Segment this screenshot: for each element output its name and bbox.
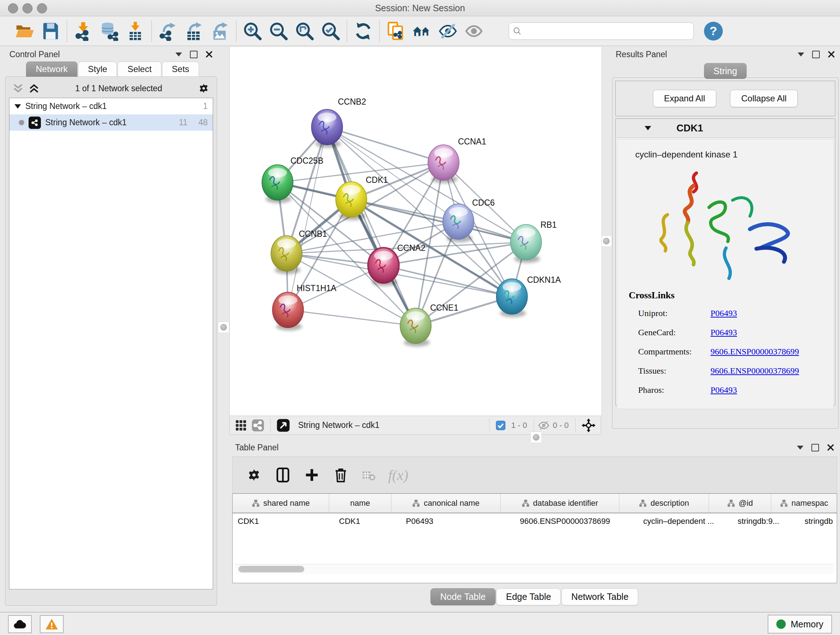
tab-sets[interactable]: Sets [162, 62, 199, 77]
move-crosshair-icon [581, 418, 596, 432]
table-row[interactable]: CDK1 CDK1 P06493 9606.ENSP00000378699 cy… [233, 513, 837, 529]
right-splitter[interactable] [601, 47, 611, 435]
scrollbar-thumb[interactable] [238, 566, 304, 572]
network-row[interactable]: String Network – cdk1 11 48 [9, 114, 213, 131]
crosslink-label: Tissues: [629, 361, 711, 380]
network-edge[interactable] [288, 310, 416, 326]
network-canvas[interactable]: CCNB2CCNA1CDC25BCDK1CDC6RB1CCNB1CCNA2CDK… [229, 47, 602, 416]
open-session-button[interactable] [11, 19, 38, 43]
crosslink-compartments-link[interactable]: 9606.ENSP00000378699 [711, 342, 799, 361]
zoom-fit-button[interactable] [292, 19, 317, 43]
crosslink-tissues-link[interactable]: 9606.ENSP00000378699 [711, 361, 799, 380]
show-columns-icon[interactable] [275, 467, 291, 483]
left-splitter[interactable] [217, 47, 229, 600]
expand-all-button[interactable]: Expand All [653, 90, 716, 107]
column-header-name[interactable]: name [329, 494, 392, 513]
network-node-CDC25B[interactable]: CDC25B [262, 156, 324, 203]
left-splitter-grip[interactable] [218, 321, 229, 333]
network-collection-row[interactable]: String Network – cdk1 1 [9, 98, 213, 114]
column-header-description[interactable]: description [619, 494, 709, 513]
string-home-button[interactable] [409, 19, 435, 43]
clone-network-button[interactable] [383, 19, 409, 43]
float-panel-icon[interactable] [190, 51, 197, 58]
network-node-CCNA2[interactable]: CCNA2 [368, 243, 425, 286]
import-network-button[interactable] [70, 19, 96, 43]
export-network-button[interactable] [155, 19, 181, 43]
close-panel-icon[interactable] [828, 51, 835, 58]
close-panel-icon[interactable] [827, 444, 834, 451]
protein-disclosure-icon[interactable] [645, 126, 651, 130]
network-node-CCNB2[interactable]: CCNB2 [311, 97, 366, 148]
tab-network[interactable]: Network [26, 62, 77, 77]
netbar-separator [489, 418, 489, 432]
warnings-button[interactable] [40, 615, 64, 633]
tab-style[interactable]: Style [78, 62, 117, 77]
tab-node-table[interactable]: Node Table [431, 588, 496, 605]
collapse-panel-icon[interactable] [175, 52, 182, 57]
help-button[interactable]: ? [704, 22, 723, 41]
birdseye-view-button[interactable] [233, 419, 249, 432]
tab-edge-table[interactable]: Edge Table [496, 588, 561, 605]
zoom-out-button[interactable] [265, 19, 292, 43]
network-node-HIST1H1A[interactable]: HIST1H1A [272, 283, 337, 331]
column-header-canonical-name[interactable]: canonical name [392, 494, 501, 513]
horizontal-splitter[interactable] [229, 435, 840, 440]
network-type-button[interactable] [249, 419, 267, 432]
column-header-database-identifier[interactable]: database identifier [501, 494, 619, 513]
network-edge[interactable] [288, 127, 327, 310]
table-horizontal-scrollbar[interactable] [235, 564, 834, 574]
expand-all-icon[interactable] [28, 83, 40, 94]
memory-button[interactable]: Memory [767, 615, 832, 633]
network-edge[interactable] [327, 127, 416, 326]
cloud-status-button[interactable] [8, 615, 32, 633]
export-table-button[interactable] [181, 19, 207, 43]
column-header-id[interactable]: @id [709, 494, 771, 513]
export-image-button[interactable] [207, 19, 233, 43]
create-column-icon[interactable] [303, 467, 320, 483]
close-panel-icon[interactable] [205, 51, 213, 58]
tab-string[interactable]: String [704, 63, 747, 79]
zoom-in-button[interactable] [240, 19, 265, 43]
delete-column-icon[interactable] [332, 467, 349, 483]
column-type-icon [639, 499, 647, 507]
search-input[interactable] [522, 26, 690, 36]
float-panel-icon[interactable] [812, 444, 819, 451]
zoom-selected-button[interactable] [317, 19, 344, 43]
network-graph[interactable]: CCNB2CCNA1CDC25BCDK1CDC6RB1CCNB1CCNA2CDK… [230, 47, 602, 416]
selected-indicator[interactable] [493, 420, 508, 431]
hide-unhide-button[interactable] [435, 19, 461, 43]
import-table-button[interactable] [122, 19, 148, 43]
save-session-button[interactable] [38, 19, 64, 43]
open-in-window-button[interactable] [274, 418, 292, 432]
pan-mode-button[interactable] [579, 418, 598, 432]
import-network-from-database-button[interactable] [96, 19, 122, 43]
houses-icon [412, 21, 431, 41]
table-settings-gear-icon[interactable] [246, 467, 262, 483]
column-header-namespace[interactable]: namespac [771, 494, 837, 513]
toolbar-separator [379, 21, 380, 42]
table-toolbar: f(x) [232, 456, 837, 494]
crosslink-uniprot-link[interactable]: P06493 [711, 304, 737, 323]
refresh-button[interactable] [350, 19, 376, 43]
crosslink-genecard-link[interactable]: P06493 [711, 323, 737, 342]
disclosure-triangle-icon[interactable] [14, 104, 21, 109]
current-network-dot[interactable] [19, 120, 24, 125]
gear-icon[interactable] [197, 82, 210, 95]
window-title: Session: New Session [0, 0, 840, 16]
column-header-shared-name[interactable]: shared name [233, 494, 329, 513]
network-node-CDKN1A[interactable]: CDKN1A [496, 275, 561, 317]
tab-select[interactable]: Select [118, 62, 161, 77]
appearance-button[interactable] [461, 19, 487, 43]
crosslink-pharos-link[interactable]: P06493 [711, 380, 737, 400]
network-node-CCNE1[interactable]: CCNE1 [400, 303, 458, 347]
collapse-all-button[interactable]: Collapse All [730, 90, 798, 107]
float-panel-icon[interactable] [812, 51, 820, 58]
hidden-counts: 0 - 0 [553, 421, 569, 430]
control-panel: Control Panel Network Style Select Sets … [5, 47, 217, 600]
network-edge[interactable] [327, 127, 444, 163]
tab-network-table[interactable]: Network Table [561, 588, 638, 605]
collapse-all-icon[interactable] [12, 83, 24, 94]
collapse-panel-icon[interactable] [797, 446, 804, 450]
network-node-RB1[interactable]: RB1 [510, 220, 557, 263]
collapse-panel-icon[interactable] [798, 52, 804, 57]
